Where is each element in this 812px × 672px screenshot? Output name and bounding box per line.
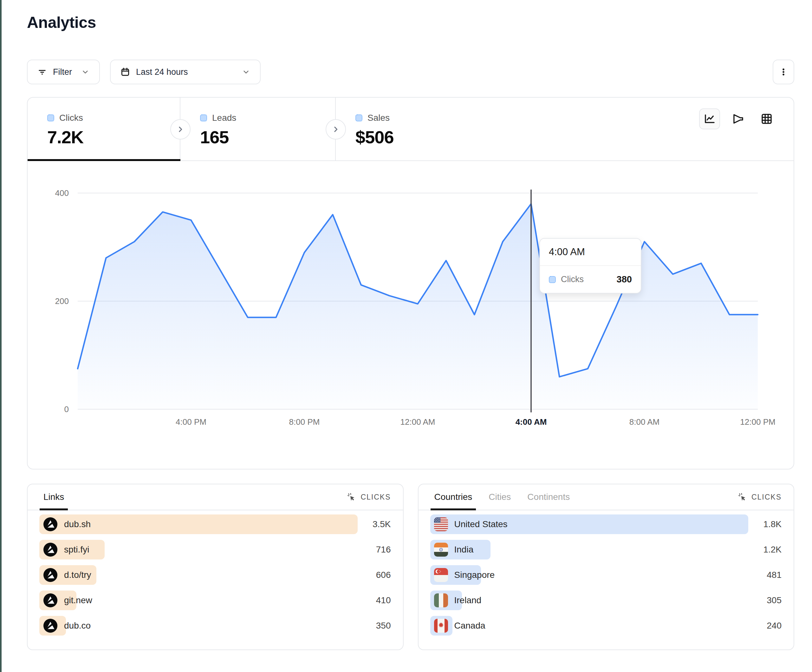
link-clicks-value: 716	[376, 544, 391, 555]
tab-links[interactable]: Links	[43, 484, 64, 510]
country-row[interactable]: Ireland305	[430, 590, 782, 610]
stat-tab-clicks[interactable]: Clicks7.2K	[27, 98, 181, 160]
link-row-content: spti.fyi	[43, 540, 89, 559]
country-clicks-value: 240	[767, 621, 781, 631]
country-row[interactable]: India1.2K	[430, 540, 782, 559]
analytics-chart-card: Clicks7.2KLeads165Sales$506 02004004:00 …	[27, 97, 794, 469]
tab-cities[interactable]: Cities	[489, 484, 511, 510]
country-clicks-value: 305	[767, 595, 781, 605]
table-view-button[interactable]	[756, 108, 777, 129]
link-clicks-value: 410	[376, 595, 391, 605]
chart-view-switcher	[699, 108, 777, 129]
country-clicks-value: 1.8K	[763, 519, 781, 529]
countries-metric-label: CLICKS	[751, 493, 781, 501]
link-label: git.new	[64, 595, 92, 605]
country-row-content: Canada	[434, 616, 485, 636]
x-axis-tick: 8:00 PM	[289, 417, 320, 426]
tooltip-series-label: Clicks	[561, 275, 584, 284]
country-row-content: Singapore	[434, 565, 495, 585]
dub-logo-icon	[43, 618, 58, 633]
dub-logo-icon	[43, 542, 58, 557]
us-flag-icon	[434, 517, 448, 531]
country-row-content: India	[434, 540, 474, 559]
link-row-content: git.new	[43, 590, 92, 610]
link-row[interactable]: dub.co350	[39, 616, 391, 636]
ie-flag-icon	[434, 594, 448, 607]
x-axis-tick: 4:00 PM	[176, 417, 206, 426]
x-axis-tick: 8:00 AM	[629, 417, 660, 426]
link-row-content: dub.sh	[43, 515, 91, 534]
stat-legend-swatch	[47, 114, 54, 121]
tab-continents[interactable]: Continents	[527, 484, 570, 510]
y-axis-tick: 200	[55, 297, 69, 306]
stat-label-text: Leads	[212, 113, 236, 123]
country-label: United States	[454, 519, 508, 529]
filter-button-label: Filter	[53, 67, 72, 77]
y-axis-tick: 400	[55, 188, 69, 198]
country-row[interactable]: Singapore481	[430, 565, 782, 585]
link-label: dub.sh	[64, 519, 91, 529]
filter-icon	[37, 67, 47, 77]
stat-value: 165	[200, 127, 335, 147]
tooltip-series-row: Clicks 380	[540, 266, 641, 293]
more-options-button[interactable]	[773, 60, 794, 84]
link-row[interactable]: dub.sh3.5K	[39, 515, 391, 534]
date-range-label: Last 24 hours	[136, 67, 188, 77]
page-title: Analytics	[27, 13, 794, 32]
countries-panel-header: CountriesCitiesContinents CLICKS	[418, 484, 794, 510]
x-axis-tick: 12:00 AM	[401, 417, 435, 426]
stats-tabs-row: Clicks7.2KLeads165Sales$506	[27, 98, 793, 161]
toolbar: Filter Last 24 hours	[27, 60, 794, 84]
links-metric-label: CLICKS	[360, 493, 391, 501]
country-row-content: United States	[434, 515, 508, 534]
chevron-down-icon	[242, 68, 251, 77]
filter-button[interactable]: Filter	[27, 60, 100, 84]
x-axis-tick: 4:00 AM	[515, 417, 547, 426]
dub-logo-icon	[43, 593, 58, 608]
links-metric-header[interactable]: CLICKS	[346, 484, 391, 510]
countries-panel: CountriesCitiesContinents CLICKS United …	[418, 484, 795, 650]
tab-countries[interactable]: Countries	[434, 484, 473, 510]
funnel-view-button[interactable]	[728, 108, 749, 129]
link-clicks-value: 606	[376, 570, 391, 580]
area-fill	[78, 204, 758, 409]
date-range-button[interactable]: Last 24 hours	[110, 60, 261, 84]
stat-value: $506	[355, 127, 793, 147]
tooltip-value: 380	[617, 274, 632, 285]
country-label: Ireland	[454, 595, 482, 605]
analytics-page: Analytics Filter Last 24 hours	[27, 0, 794, 650]
left-accent-border	[0, 0, 2, 672]
line-chart-view-button[interactable]	[699, 108, 720, 129]
breakdown-panels: Links CLICKS dub.sh3.5Kspti.fyi716d.to/t…	[27, 484, 794, 650]
links-panel: Links CLICKS dub.sh3.5Kspti.fyi716d.to/t…	[27, 484, 404, 650]
link-label: d.to/try	[64, 570, 91, 580]
in-flag-icon	[434, 543, 448, 557]
stat-label: Leads	[200, 113, 335, 123]
link-row-content: d.to/try	[43, 565, 91, 585]
stat-value: 7.2K	[47, 127, 180, 147]
stats-next-button[interactable]	[326, 119, 346, 140]
link-clicks-value: 350	[376, 621, 391, 631]
link-row[interactable]: git.new410	[39, 590, 391, 610]
link-row-content: dub.co	[43, 616, 91, 636]
countries-metric-header[interactable]: CLICKS	[737, 484, 781, 510]
stats-next-button[interactable]	[170, 119, 191, 140]
stat-tab-leads[interactable]: Leads165	[181, 98, 336, 160]
clicks-area-chart[interactable]: 02004004:00 PM8:00 PM12:00 AM4:00 AM8:00…	[27, 161, 793, 468]
country-row[interactable]: United States1.8K	[430, 515, 782, 534]
clicks-legend-swatch	[549, 276, 556, 283]
stat-label: Clicks	[47, 113, 180, 123]
chevron-down-icon	[81, 68, 90, 77]
countries-rows: United States1.8KIndia1.2KSingapore481Ir…	[418, 510, 794, 636]
country-row-content: Ireland	[434, 590, 482, 610]
country-row[interactable]: Canada240	[430, 616, 782, 636]
sg-flag-icon	[434, 568, 448, 582]
link-row[interactable]: d.to/try606	[39, 565, 391, 585]
stat-label-text: Sales	[367, 113, 390, 123]
country-label: India	[454, 544, 474, 555]
y-axis-tick: 0	[64, 404, 69, 414]
kebab-menu-icon	[778, 67, 789, 77]
link-row[interactable]: spti.fyi716	[39, 540, 391, 559]
links-rows: dub.sh3.5Kspti.fyi716d.to/try606git.new4…	[27, 510, 403, 636]
country-label: Singapore	[454, 570, 495, 580]
